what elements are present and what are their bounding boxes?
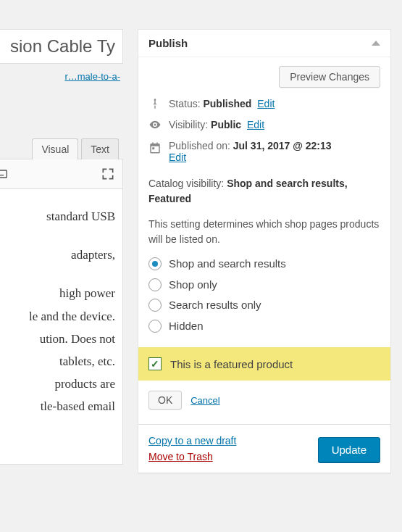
visibility-row: Visibility: Public Edit (169, 119, 264, 130)
radio-icon (148, 299, 162, 312)
cancel-link[interactable]: Cancel (190, 395, 219, 406)
content-line: ution. Does not (0, 329, 115, 349)
tab-visual[interactable]: Visual (32, 138, 78, 159)
radio-hidden[interactable]: Hidden (148, 318, 380, 335)
fullscreen-icon[interactable] (101, 167, 115, 181)
publish-header[interactable]: Publish (138, 30, 390, 57)
move-to-trash-link[interactable]: Move to Trash (148, 451, 236, 462)
content-line: products are (0, 374, 115, 394)
radio-shop-and-search[interactable]: Shop and search results (148, 256, 380, 273)
copy-to-draft-link[interactable]: Copy to a new draft (148, 435, 236, 446)
content-line: tle-based email (0, 396, 115, 416)
preview-changes-button[interactable]: Preview Changes (279, 66, 380, 88)
update-button[interactable]: Update (318, 437, 380, 462)
content-line: standard USB (0, 207, 115, 226)
radio-icon (148, 320, 162, 333)
editor-content[interactable]: standard USB adapters, high power le and… (0, 189, 123, 465)
featured-product-row[interactable]: ✓ This is a featured product (138, 347, 390, 381)
permalink-link[interactable]: r…male-to-a- (64, 71, 120, 82)
catalog-description: This setting determines which shop pages… (148, 217, 380, 247)
edit-visibility-link[interactable]: Edit (247, 119, 264, 130)
tab-text[interactable]: Text (81, 138, 119, 159)
publish-metabox: Publish Preview Changes Status: Publishe… (138, 29, 391, 473)
content-line: high power (0, 283, 115, 303)
radio-shop-only[interactable]: Shop only (148, 277, 380, 294)
svg-rect-0 (0, 170, 7, 178)
publish-title: Publish (148, 37, 188, 49)
edit-date-link[interactable]: Edit (169, 151, 186, 163)
content-line: tablets, etc. (0, 352, 115, 371)
featured-checkbox[interactable]: ✓ (148, 357, 162, 370)
editor-toolbar (0, 159, 123, 189)
content-line: le and the device. (0, 307, 115, 326)
collapse-icon (372, 41, 380, 46)
catalog-label: Catalog visibility: (148, 178, 224, 189)
radio-icon (148, 278, 162, 291)
featured-label: This is a featured product (170, 358, 293, 370)
post-title-input[interactable]: sion Cable Ty (0, 29, 123, 64)
pin-icon (148, 98, 162, 109)
calendar-icon (148, 141, 162, 154)
catalog-visibility-options: Shop and search results Shop only Search… (148, 256, 380, 334)
content-line: adapters, (0, 245, 115, 265)
ok-button[interactable]: OK (148, 391, 182, 410)
published-row: Published on: Jul 31, 2017 @ 22:13 Edit (169, 140, 332, 163)
edit-status-link[interactable]: Edit (257, 98, 275, 109)
radio-icon (148, 257, 162, 270)
radio-search-only[interactable]: Search results only (148, 297, 380, 314)
status-row: Status: Published Edit (169, 98, 275, 109)
keyboard-icon[interactable] (0, 167, 8, 181)
eye-icon (148, 118, 162, 131)
